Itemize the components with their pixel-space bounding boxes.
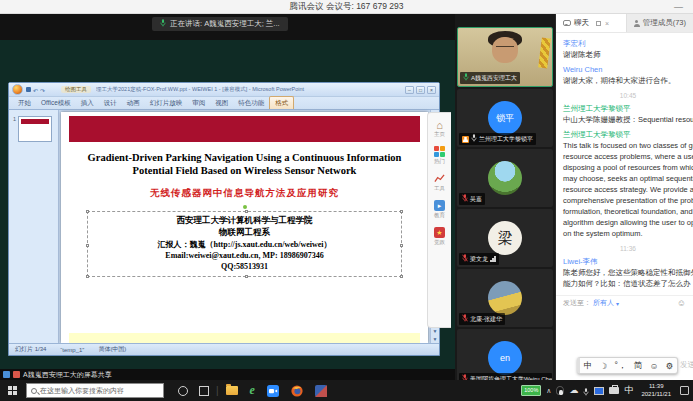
ppt-tab[interactable]: 格式 — [269, 96, 294, 109]
clock-time: 11:39 — [641, 383, 671, 391]
resize-handle[interactable] — [86, 244, 89, 247]
side-tool-edu[interactable]: ▸教育 — [434, 200, 445, 219]
ppt-tab[interactable]: 插入 — [76, 97, 99, 109]
ppt-tab[interactable]: 动画 — [122, 97, 145, 109]
resize-handle[interactable] — [400, 244, 403, 247]
chevron-down-icon[interactable]: ▾ — [616, 300, 619, 307]
cortana-icon[interactable] — [178, 386, 188, 396]
start-button[interactable] — [8, 386, 17, 395]
tray-mic-icon[interactable] — [583, 382, 589, 400]
redo-icon[interactable]: ↷ — [40, 87, 45, 92]
ime-item[interactable]: ☽ — [600, 361, 608, 371]
task-view-icon[interactable] — [199, 386, 209, 396]
video-tile[interactable]: 吴嘉 — [457, 149, 553, 207]
resize-handle[interactable] — [400, 275, 403, 278]
ime-language-indicator[interactable]: 中 — [624, 384, 633, 397]
slide[interactable]: Gradient-Driven Parking Navigation Using… — [61, 112, 428, 343]
message-line: algorithm design allowing the user to op — [563, 217, 693, 228]
send-button[interactable]: 发送 — [680, 360, 693, 370]
taskbar-apps: e — [226, 383, 327, 398]
tab-manage-members[interactable]: 管理成员(73) — [626, 14, 693, 32]
chat-messages[interactable]: 李宏利谢谢陈老师Weiru Chen谢谢大家，期待和大家进行合作。10:45兰州… — [556, 33, 693, 295]
ime-item[interactable]: ⚙ — [666, 361, 674, 371]
slide-thumbnail-panel[interactable]: 1 — [9, 110, 59, 343]
resize-handle[interactable] — [245, 210, 248, 213]
meeting-titlebar: 腾讯会议 会议号: 167 679 293 — — [0, 0, 693, 14]
office-button[interactable] — [12, 84, 23, 95]
video-tile[interactable]: 北康-张建华 — [457, 269, 553, 327]
meeting-app-icon[interactable] — [267, 385, 279, 397]
send-to-select[interactable]: 所有人 — [593, 298, 614, 308]
tray-expand-icon[interactable]: ∧ — [546, 387, 551, 395]
slide-textbox[interactable]: 西安理工大学计算机科学与工程学院 物联网工程系 汇报人：魏嵬（http://js… — [87, 211, 402, 277]
ime-item[interactable]: 中 — [584, 360, 593, 372]
emoji-icon[interactable]: ☺ — [677, 299, 686, 308]
avatar — [488, 281, 522, 315]
message-sender: 兰州理工大学黎锁平 — [563, 103, 693, 114]
taskbar-search-input[interactable]: 在这里输入你要搜索的内容 — [26, 383, 164, 398]
video-tile[interactable]: A魏嵬西安理工大 — [457, 27, 553, 87]
browser-icon[interactable]: e — [250, 383, 255, 398]
avatar: 梁 — [488, 221, 522, 255]
qq-icon[interactable] — [556, 386, 564, 395]
video-tile[interactable]: en美国阿肯色理工大学Weiru Chen — [457, 329, 553, 380]
video-tile[interactable]: 梁梁文龙 — [457, 209, 553, 267]
rotation-handle[interactable] — [243, 205, 247, 209]
ppt-tab-bar: 开始Office模板插入设计动画幻灯片放映审阅视图特色功能格式 — [9, 97, 439, 110]
office-app-icon[interactable] — [315, 385, 327, 397]
scroll-down-icon[interactable]: ▼ — [431, 327, 439, 335]
ppt-statusbar: 幻灯片 1/34 “temp_1” 简体(中国) — [9, 343, 439, 355]
ppt-close-button[interactable]: × — [427, 86, 436, 94]
close-icon[interactable]: × — [605, 20, 609, 27]
action-center-icon[interactable] — [680, 386, 689, 395]
slide-thumbnail[interactable] — [18, 116, 52, 142]
ppt-window-controls[interactable]: – □ × — [405, 86, 436, 94]
ime-item[interactable]: °， — [615, 360, 627, 372]
ppt-maximize-button[interactable]: □ — [416, 86, 425, 94]
ime-toolbar[interactable]: 中☽°，简☺⚙ — [577, 357, 678, 374]
popout-icon[interactable] — [596, 21, 601, 26]
briefcase-icon[interactable] — [609, 387, 619, 394]
save-icon[interactable] — [26, 87, 31, 92]
message-line: comprehensive presentation of the probl — [563, 195, 693, 206]
next-slide-icon[interactable]: ▼ — [431, 335, 439, 343]
file-explorer-icon[interactable] — [226, 386, 238, 395]
ppt-tab[interactable]: 幻灯片放映 — [145, 97, 188, 109]
share-record-icon — [13, 371, 20, 378]
slide-red-banner — [69, 116, 420, 142]
resize-handle[interactable] — [86, 275, 89, 278]
ppt-tab[interactable]: 审阅 — [187, 97, 210, 109]
side-tool-party[interactable]: ★党政 — [434, 227, 445, 246]
firefox-icon[interactable] — [291, 385, 303, 397]
ppt-tab[interactable]: 视图 — [210, 97, 233, 109]
slide-thumbnail-row[interactable]: 1 — [13, 116, 56, 142]
message-line: 谢谢陈老师 — [563, 49, 693, 60]
resize-handle[interactable] — [86, 210, 89, 213]
ppt-minimize-button[interactable]: – — [405, 86, 414, 94]
resize-handle[interactable] — [245, 275, 248, 278]
resize-handle[interactable] — [400, 210, 403, 213]
side-tool-tools[interactable]: 工具 — [434, 173, 445, 192]
message-timestamp: 10:45 — [563, 90, 693, 101]
minimize-button[interactable]: — — [674, 0, 683, 14]
clock[interactable]: 11:39 2021/11/21 — [641, 383, 671, 398]
ppt-tab[interactable]: 开始 — [13, 97, 36, 109]
undo-icon[interactable]: ↶ — [33, 87, 38, 92]
cloud-icon[interactable]: ☁ — [569, 386, 578, 395]
ime-item[interactable]: ☺ — [650, 361, 659, 371]
message-line: This talk is focused on two classes of g… — [563, 140, 693, 151]
ppt-tab[interactable]: Office模板 — [36, 97, 76, 109]
ime-item[interactable]: 简 — [634, 360, 643, 372]
chat-message: Weiru Chen谢谢大家，期待和大家进行合作。 — [563, 64, 693, 86]
message-sender: 兰州理工大学黎锁平 — [563, 129, 693, 140]
message-line: formulation, theoretical foundation, and — [563, 206, 693, 217]
ppt-tab[interactable]: 特色功能 — [233, 97, 269, 109]
display-icon[interactable] — [594, 387, 604, 395]
video-tile[interactable]: 锁平兰州理工大学黎锁平 — [457, 89, 553, 147]
side-tool-home[interactable]: ⌂主页 — [434, 120, 445, 138]
shared-screen-area: 正在讲话: A魏嵬西安理工大; 兰... ↶ ↷ 绘图工具 理工大学2021定稿… — [0, 14, 455, 369]
mic-icon — [160, 19, 166, 29]
side-tool-hot[interactable]: 热门 — [434, 146, 445, 165]
ppt-tab[interactable]: 设计 — [99, 97, 122, 109]
quick-access-toolbar[interactable]: ↶ ↷ — [26, 87, 45, 92]
